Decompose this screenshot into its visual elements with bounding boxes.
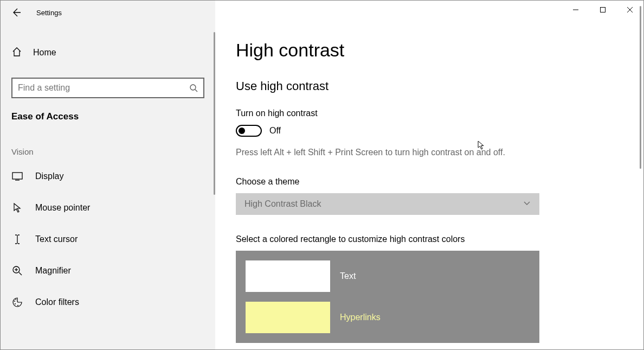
- section-title-use-high-contrast: Use high contrast: [236, 79, 633, 93]
- swatch-label: Text: [340, 271, 356, 281]
- sidebar-item-text-cursor[interactable]: Text cursor: [1, 224, 215, 255]
- svg-point-0: [190, 85, 196, 90]
- sidebar-category: Ease of Access: [1, 98, 215, 126]
- sidebar: Settings Home Ease of Access Vision Disp…: [1, 1, 215, 349]
- main-scrollbar[interactable]: [640, 6, 641, 169]
- sidebar-item-mouse-pointer[interactable]: Mouse pointer: [1, 192, 215, 224]
- magnifier-icon: [11, 265, 23, 276]
- svg-point-9: [15, 299, 16, 300]
- svg-point-8: [14, 301, 15, 302]
- back-icon[interactable]: [11, 8, 21, 17]
- swatch-heading: Select a colored rectangle to customize …: [236, 234, 633, 244]
- swatch-row-hyperlinks: Hyperlinks: [246, 302, 530, 333]
- home-label: Home: [33, 48, 56, 58]
- home-icon: [11, 47, 22, 59]
- svg-rect-13: [601, 8, 606, 12]
- search-field[interactable]: [18, 83, 189, 93]
- sidebar-item-magnifier[interactable]: Magnifier: [1, 255, 215, 287]
- sidebar-item-label: Color filters: [35, 297, 79, 307]
- toggle-knob: [239, 128, 245, 134]
- sidebar-item-label: Mouse pointer: [35, 203, 90, 213]
- titlebar: Settings: [1, 1, 215, 24]
- theme-value: High Contrast Black: [244, 199, 321, 209]
- app-title: Settings: [36, 9, 62, 17]
- swatch-hyperlinks[interactable]: [246, 302, 330, 333]
- swatch-row-text: Text: [246, 260, 530, 292]
- window-controls: [562, 1, 643, 19]
- page-title: High contrast: [236, 40, 633, 61]
- svg-line-1: [195, 90, 197, 92]
- main-pane: High contrast Use high contrast Turn on …: [215, 1, 643, 349]
- maximize-button[interactable]: [589, 1, 616, 19]
- hint-text: Press left Alt + left Shift + Print Scre…: [236, 148, 633, 157]
- chevron-down-icon: [523, 199, 531, 209]
- high-contrast-toggle[interactable]: [236, 125, 262, 137]
- svg-point-11: [17, 305, 18, 306]
- svg-point-10: [15, 303, 16, 304]
- search-icon: [189, 84, 198, 92]
- toggle-state: Off: [269, 126, 281, 136]
- svg-line-7: [19, 272, 22, 275]
- text-cursor-icon: [11, 234, 23, 245]
- swatch-panel: Text Hyperlinks: [236, 251, 539, 343]
- sidebar-item-label: Display: [35, 171, 63, 181]
- color-filters-icon: [11, 297, 23, 308]
- close-button[interactable]: [616, 1, 643, 19]
- sidebar-item-home[interactable]: Home: [1, 40, 215, 66]
- sidebar-section-vision: Vision: [1, 126, 215, 161]
- mouse-pointer-icon: [11, 202, 23, 213]
- sidebar-item-color-filters[interactable]: Color filters: [1, 287, 215, 318]
- sidebar-item-label: Text cursor: [35, 234, 78, 244]
- svg-rect-2: [12, 173, 22, 179]
- swatch-text[interactable]: [246, 260, 330, 292]
- display-icon: [11, 172, 23, 181]
- theme-label: Choose a theme: [236, 177, 633, 187]
- theme-select[interactable]: High Contrast Black: [236, 193, 539, 215]
- sidebar-item-display[interactable]: Display: [1, 161, 215, 192]
- toggle-label: Turn on high contrast: [236, 109, 633, 118]
- minimize-button[interactable]: [562, 1, 589, 19]
- search-input[interactable]: [11, 78, 204, 98]
- sidebar-item-label: Magnifier: [35, 266, 71, 276]
- swatch-label: Hyperlinks: [340, 313, 381, 322]
